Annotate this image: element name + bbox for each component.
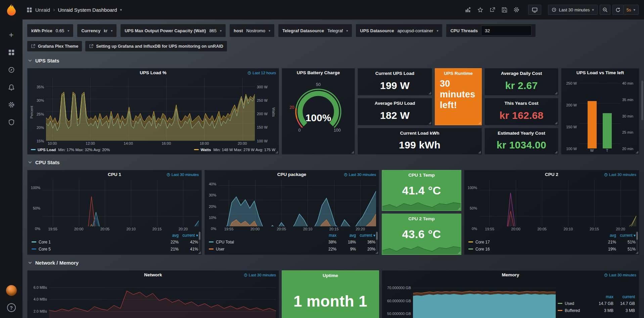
settings-gear-icon[interactable] — [511, 5, 521, 15]
panel-title[interactable]: UPS Runtime — [444, 71, 473, 76]
panel-title[interactable]: Network — [28, 271, 279, 279]
panel-title[interactable]: UPS Load vs Time left — [561, 69, 639, 77]
variable-host[interactable]: host Nostromo ▾ — [230, 24, 274, 37]
panel-time-range[interactable]: Last 30 minutes — [244, 273, 276, 277]
section-ups-stats[interactable]: UPS Stats — [27, 53, 639, 68]
add-panel-icon[interactable] — [463, 5, 473, 15]
create-plus-icon[interactable]: + — [7, 31, 15, 39]
grafana-logo[interactable] — [5, 3, 18, 16]
legend-scrollbar[interactable] — [199, 232, 200, 251]
legend-row[interactable]: Core 1721%51% — [468, 238, 636, 245]
legend-row[interactable]: CPU Total38%18%36% — [209, 238, 375, 245]
cpu-threads-input[interactable] — [481, 26, 532, 36]
section-network-memory[interactable]: Network / Memory — [27, 255, 639, 270]
x-axis: 19:5520:0020:0520:1020:1520:20 — [42, 226, 199, 232]
panel-time-range[interactable]: Last 30 minutes — [344, 173, 376, 177]
gauge-value: 100% — [282, 112, 355, 124]
panel-title[interactable]: CPU 2 Temp — [408, 216, 435, 221]
variable-label: Currency — [81, 28, 100, 33]
panel-title[interactable]: CPU 1 Temp — [408, 173, 435, 178]
legend-row[interactable]: Core 1619%51% — [468, 245, 636, 253]
variable-cpu-threads: CPU Threads — [446, 24, 536, 37]
apps-grid-icon[interactable] — [27, 7, 32, 13]
legend-scrollbar[interactable] — [376, 232, 378, 251]
panel-title[interactable]: UPS Load % — [28, 69, 279, 77]
legend-row[interactable]: Buffered3 MB3 MB — [558, 307, 635, 314]
legend-row[interactable]: Used14.7 GB14.7 GB — [558, 300, 635, 307]
panel-cpu-2: CPU 2 Last 30 minutes 0%50%100% 19:5520:… — [464, 170, 639, 255]
alerting-bell-icon[interactable] — [7, 83, 15, 91]
network-chart[interactable] — [49, 280, 276, 318]
panel-title[interactable]: UPS Battery Charge — [282, 69, 355, 77]
variable-telegraf-datasource[interactable]: Telegraf Datasource Telegraf ▾ — [278, 24, 352, 37]
panel-title[interactable]: Memory — [382, 271, 639, 279]
configuration-gear-icon[interactable] — [7, 101, 15, 109]
share-icon[interactable] — [487, 5, 497, 15]
timepicker-button[interactable]: Last 30 minutes ▾ — [548, 5, 597, 15]
legend-scrollbar[interactable] — [636, 232, 638, 251]
variable-kwh-price[interactable]: kWh Price 0.65 ▾ — [27, 24, 73, 37]
cpu2-chart[interactable] — [479, 180, 636, 226]
bar-labels: WT — [579, 148, 620, 154]
cpu1-chart[interactable] — [42, 180, 199, 226]
legend-item[interactable]: WattsMin: 148 W Max: 278 W Avg: 175 W — [194, 148, 275, 152]
refresh-interval-dropdown[interactable]: 5s ▾ — [624, 5, 639, 15]
caret-down-icon: ▾ — [111, 29, 112, 33]
panel-title[interactable]: Average PSU Load — [375, 101, 415, 106]
variable-currency[interactable]: Currency kr ▾ — [77, 24, 117, 37]
chart-legend: maxcurrentUsed14.7 GB14.7 GBBuffered3 MB… — [556, 280, 636, 318]
panel-title[interactable]: Average Daily Cost — [501, 71, 542, 76]
panel-time-range[interactable]: Last 12 hours — [247, 71, 276, 75]
panel-ups-runtime: UPS Runtime 30 minutes left! — [435, 68, 482, 125]
legend-row[interactable]: User22%9%20% — [209, 245, 375, 253]
section-cpu-stats[interactable]: CPU Stats — [27, 154, 639, 170]
legend-item[interactable]: UPS LoadMin: 17% Max: 32% Avg: 20% — [31, 148, 110, 152]
star-icon[interactable] — [475, 5, 485, 15]
x-axis: 19:5520:0020:0520:1020:1520:20 — [479, 226, 636, 232]
panel-time-range[interactable]: Last 30 minutes — [167, 173, 199, 177]
panel-time-range[interactable]: Last 30 minutes — [604, 173, 636, 177]
bar-T[interactable] — [603, 113, 612, 148]
variable-ups-max-output[interactable]: UPS Max Output Power Capacity (Watt) 865… — [121, 24, 226, 37]
link-grafana-plex-theme[interactable]: Grafana Plex Theme — [27, 41, 82, 51]
explore-compass-icon[interactable] — [7, 66, 15, 74]
bar-W[interactable] — [588, 101, 597, 148]
panel-title[interactable]: Current Load kWh — [400, 131, 440, 136]
panel-title[interactable]: This Years Cost — [504, 101, 538, 106]
legend-row[interactable]: Core 521%41% — [32, 245, 198, 253]
cycle-view-button[interactable] — [528, 5, 541, 15]
help-icon[interactable]: ? — [7, 303, 16, 312]
svg-text:100: 100 — [334, 128, 341, 133]
panel-title[interactable]: Current UPS Load — [375, 71, 414, 76]
user-avatar[interactable] — [6, 285, 17, 296]
memory-chart[interactable] — [413, 280, 556, 318]
link-ups-monitoring-guide[interactable]: Setting up Grafana and InfluxDB for UPS … — [85, 41, 227, 51]
link-label: Grafana Plex Theme — [38, 44, 78, 49]
panel-title[interactable]: Estimated Yearly Cost — [498, 131, 545, 136]
legend-row[interactable]: Core 122%42% — [32, 238, 198, 245]
ups-load-chart[interactable] — [46, 78, 255, 141]
dashboards-icon[interactable] — [7, 48, 15, 56]
battery-gauge[interactable]: 02050100 100% — [282, 80, 355, 138]
y-axis-left: 0%50%100% — [29, 180, 42, 232]
refresh-button[interactable] — [612, 5, 624, 15]
stat-value: 1 month 1 — [293, 292, 367, 318]
panel-time-range[interactable]: Last 30 minutes — [604, 273, 636, 277]
breadcrumb-root[interactable]: Unraid — [35, 7, 50, 13]
link-label: Setting up Grafana and InfluxDB for UPS … — [96, 44, 223, 49]
save-icon[interactable] — [499, 5, 509, 15]
variable-label: kWh Price — [31, 28, 52, 33]
server-admin-shield-icon[interactable] — [7, 118, 15, 126]
variable-ups-datasource[interactable]: UPS Datasource apcupsd-container ▾ — [356, 24, 442, 37]
panel-cpu-package: CPU package Last 30 minutes 0%10%20%30%4… — [204, 170, 379, 255]
dashboard-dropdown-caret[interactable]: ▾ — [120, 8, 122, 12]
dashboard-title[interactable]: Unraid System Dashboard — [58, 7, 117, 13]
svg-text:0: 0 — [298, 128, 301, 133]
page-scrollbar[interactable] — [641, 81, 643, 120]
external-link-icon — [31, 44, 35, 48]
sidebar: + — [0, 0, 22, 318]
ups-bars-chart[interactable] — [579, 78, 620, 148]
cpu-package-chart[interactable] — [218, 180, 376, 226]
zoom-out-button[interactable] — [600, 5, 610, 15]
panel-title[interactable]: Uptime — [323, 273, 338, 278]
